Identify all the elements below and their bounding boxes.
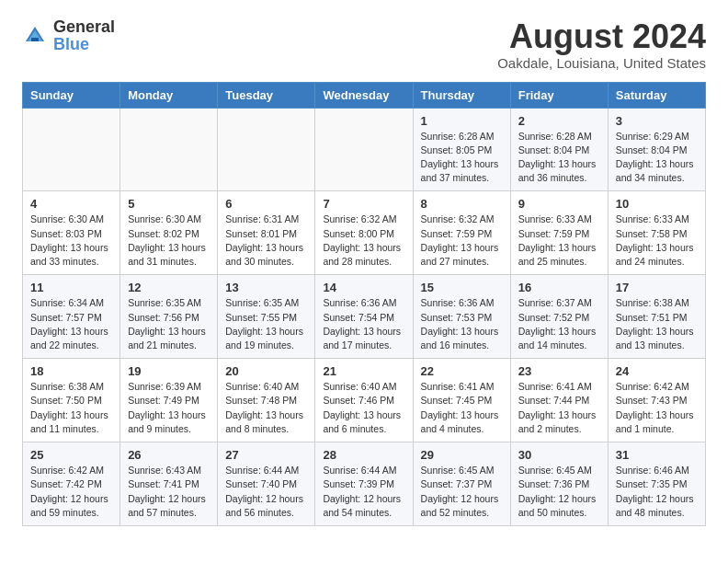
calendar-cell: 21Sunrise: 6:40 AMSunset: 7:46 PMDayligh… [315,359,413,442]
calendar-cell [315,108,413,191]
day-info: Sunrise: 6:35 AMSunset: 7:55 PMDaylight:… [225,296,307,352]
day-number: 4 [30,197,112,211]
svg-rect-2 [31,38,39,41]
day-number: 2 [518,114,600,128]
calendar-cell: 15Sunrise: 6:36 AMSunset: 7:53 PMDayligh… [413,275,510,359]
day-number: 27 [225,448,307,462]
day-info: Sunrise: 6:38 AMSunset: 7:50 PMDaylight:… [30,380,112,436]
day-info: Sunrise: 6:34 AMSunset: 7:57 PMDaylight:… [30,296,112,352]
day-number: 22 [421,364,503,378]
day-info: Sunrise: 6:38 AMSunset: 7:51 PMDaylight:… [616,296,698,352]
calendar-cell: 4Sunrise: 6:30 AMSunset: 8:03 PMDaylight… [23,191,120,275]
calendar-cell: 11Sunrise: 6:34 AMSunset: 7:57 PMDayligh… [23,275,120,359]
day-number: 6 [225,197,307,211]
calendar-cell: 29Sunrise: 6:45 AMSunset: 7:37 PMDayligh… [413,442,510,526]
day-number: 30 [518,448,600,462]
calendar-cell: 7Sunrise: 6:32 AMSunset: 8:00 PMDaylight… [315,191,413,275]
day-info: Sunrise: 6:32 AMSunset: 8:00 PMDaylight:… [323,213,404,269]
calendar-cell: 18Sunrise: 6:38 AMSunset: 7:50 PMDayligh… [23,359,120,442]
day-info: Sunrise: 6:42 AMSunset: 7:42 PMDaylight:… [30,464,112,520]
title-block: August 2024 Oakdale, Louisiana, United S… [497,18,706,71]
day-info: Sunrise: 6:41 AMSunset: 7:45 PMDaylight:… [421,380,503,436]
calendar-week-2: 4Sunrise: 6:30 AMSunset: 8:03 PMDaylight… [23,191,706,275]
day-info: Sunrise: 6:44 AMSunset: 7:39 PMDaylight:… [323,464,404,520]
day-number: 25 [30,448,112,462]
day-info: Sunrise: 6:39 AMSunset: 7:49 PMDaylight:… [128,380,210,436]
day-number: 12 [128,281,210,294]
day-number: 24 [616,364,698,378]
day-info: Sunrise: 6:36 AMSunset: 7:54 PMDaylight:… [323,296,404,352]
calendar-cell: 14Sunrise: 6:36 AMSunset: 7:54 PMDayligh… [315,275,413,359]
calendar-cell: 2Sunrise: 6:28 AMSunset: 8:04 PMDaylight… [510,108,608,191]
day-info: Sunrise: 6:40 AMSunset: 7:46 PMDaylight:… [323,380,404,436]
calendar-cell: 30Sunrise: 6:45 AMSunset: 7:36 PMDayligh… [510,442,608,526]
day-number: 13 [225,281,307,294]
calendar-cell: 26Sunrise: 6:43 AMSunset: 7:41 PMDayligh… [120,442,218,526]
day-number: 21 [323,364,404,378]
day-info: Sunrise: 6:33 AMSunset: 7:59 PMDaylight:… [518,213,600,269]
calendar-cell: 5Sunrise: 6:30 AMSunset: 8:02 PMDaylight… [120,191,218,275]
day-number: 18 [30,364,112,378]
page: General Blue August 2024 Oakdale, Louisi… [0,0,728,541]
day-info: Sunrise: 6:42 AMSunset: 7:43 PMDaylight:… [616,380,698,436]
day-info: Sunrise: 6:40 AMSunset: 7:48 PMDaylight:… [225,380,307,436]
day-info: Sunrise: 6:45 AMSunset: 7:36 PMDaylight:… [518,464,600,520]
day-info: Sunrise: 6:43 AMSunset: 7:41 PMDaylight:… [128,464,210,520]
header: General Blue August 2024 Oakdale, Louisi… [22,18,706,71]
logo-blue: Blue [53,35,89,53]
day-number: 26 [128,448,210,462]
day-number: 17 [616,281,698,294]
calendar-cell [23,108,120,191]
day-info: Sunrise: 6:44 AMSunset: 7:40 PMDaylight:… [225,464,307,520]
col-thursday: Thursday [413,82,510,108]
calendar-cell: 8Sunrise: 6:32 AMSunset: 7:59 PMDaylight… [413,191,510,275]
calendar-cell: 25Sunrise: 6:42 AMSunset: 7:42 PMDayligh… [23,442,120,526]
day-number: 31 [616,448,698,462]
day-info: Sunrise: 6:32 AMSunset: 7:59 PMDaylight:… [421,213,503,269]
col-friday: Friday [510,82,608,108]
calendar-cell: 28Sunrise: 6:44 AMSunset: 7:39 PMDayligh… [315,442,413,526]
calendar-week-3: 11Sunrise: 6:34 AMSunset: 7:57 PMDayligh… [23,275,706,359]
weekday-header-row: Sunday Monday Tuesday Wednesday Thursday… [23,82,706,108]
calendar-cell: 17Sunrise: 6:38 AMSunset: 7:51 PMDayligh… [608,275,705,359]
day-info: Sunrise: 6:45 AMSunset: 7:37 PMDaylight:… [421,464,503,520]
calendar-cell: 12Sunrise: 6:35 AMSunset: 7:56 PMDayligh… [120,275,218,359]
calendar: Sunday Monday Tuesday Wednesday Thursday… [22,82,706,526]
calendar-cell [120,108,218,191]
calendar-cell [218,108,315,191]
calendar-cell: 31Sunrise: 6:46 AMSunset: 7:35 PMDayligh… [608,442,705,526]
day-number: 3 [616,114,698,128]
day-info: Sunrise: 6:46 AMSunset: 7:35 PMDaylight:… [616,464,698,520]
logo: General Blue [22,18,115,53]
day-info: Sunrise: 6:33 AMSunset: 7:58 PMDaylight:… [616,213,698,269]
calendar-cell: 6Sunrise: 6:31 AMSunset: 8:01 PMDaylight… [218,191,315,275]
col-monday: Monday [120,82,218,108]
day-number: 29 [421,448,503,462]
month-title: August 2024 [497,18,706,55]
day-number: 28 [323,448,404,462]
day-info: Sunrise: 6:29 AMSunset: 8:04 PMDaylight:… [616,130,698,186]
day-number: 9 [518,197,600,211]
day-info: Sunrise: 6:35 AMSunset: 7:56 PMDaylight:… [128,296,210,352]
calendar-cell: 3Sunrise: 6:29 AMSunset: 8:04 PMDaylight… [608,108,705,191]
day-number: 16 [518,281,600,294]
calendar-cell: 9Sunrise: 6:33 AMSunset: 7:59 PMDaylight… [510,191,608,275]
calendar-week-1: 1Sunrise: 6:28 AMSunset: 8:05 PMDaylight… [23,108,706,191]
day-info: Sunrise: 6:36 AMSunset: 7:53 PMDaylight:… [421,296,503,352]
day-number: 10 [616,197,698,211]
calendar-cell: 10Sunrise: 6:33 AMSunset: 7:58 PMDayligh… [608,191,705,275]
day-number: 8 [421,197,503,211]
day-number: 14 [323,281,404,294]
col-sunday: Sunday [23,82,120,108]
col-wednesday: Wednesday [315,82,413,108]
logo-icon [22,23,48,49]
calendar-cell: 22Sunrise: 6:41 AMSunset: 7:45 PMDayligh… [413,359,510,442]
calendar-cell: 24Sunrise: 6:42 AMSunset: 7:43 PMDayligh… [608,359,705,442]
day-info: Sunrise: 6:31 AMSunset: 8:01 PMDaylight:… [225,213,307,269]
calendar-cell: 19Sunrise: 6:39 AMSunset: 7:49 PMDayligh… [120,359,218,442]
col-tuesday: Tuesday [218,82,315,108]
day-info: Sunrise: 6:41 AMSunset: 7:44 PMDaylight:… [518,380,600,436]
day-info: Sunrise: 6:30 AMSunset: 8:03 PMDaylight:… [30,213,112,269]
day-info: Sunrise: 6:37 AMSunset: 7:52 PMDaylight:… [518,296,600,352]
day-number: 19 [128,364,210,378]
